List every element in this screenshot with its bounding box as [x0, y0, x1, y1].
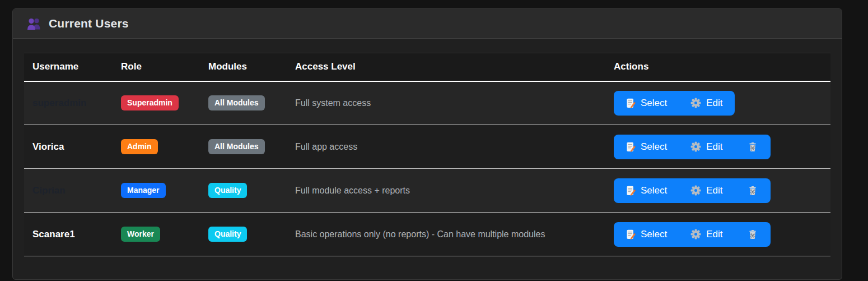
gear-icon: [690, 141, 701, 152]
select-button-label: Select: [641, 98, 667, 109]
select-button[interactable]: Select: [614, 91, 679, 116]
edit-button[interactable]: Edit: [679, 222, 734, 247]
username-cell: Viorica: [24, 125, 113, 169]
role-badge: Superadmin: [121, 95, 179, 110]
modules-cell: Quality: [200, 213, 287, 256]
column-header-role: Role: [113, 53, 200, 81]
modules-badge: Quality: [208, 227, 247, 242]
role-badge: Admin: [121, 139, 158, 154]
table-row: Viorica Admin All Modules Full app acces…: [24, 125, 830, 169]
modules-badge: Quality: [208, 183, 247, 198]
action-buttons: Select: [614, 135, 771, 159]
select-button[interactable]: Select: [614, 222, 679, 247]
username-cell: Ciprian: [24, 169, 113, 213]
panel-header: Current Users: [13, 9, 842, 39]
table-row: Scanare1 Worker Quality Basic operations…: [24, 213, 830, 256]
actions-cell: Select: [605, 213, 830, 256]
modules-cell: Quality: [200, 169, 287, 213]
edit-button[interactable]: Edit: [679, 135, 734, 159]
panel-body: Username Role Modules Access Level Actio…: [13, 39, 842, 256]
edit-button[interactable]: Edit: [679, 91, 734, 116]
modules-badge: All Modules: [208, 95, 265, 110]
access-level-cell: Basic operations only (no reports) - Can…: [287, 213, 605, 256]
actions-cell: Select: [605, 125, 830, 169]
access-level-cell: Full system access: [287, 81, 605, 125]
select-button[interactable]: Select: [614, 135, 679, 159]
role-cell: Admin: [113, 125, 200, 169]
delete-button[interactable]: [735, 222, 771, 247]
memo-icon: [626, 229, 636, 239]
role-cell: Superadmin: [113, 81, 200, 125]
delete-button[interactable]: [735, 178, 771, 203]
username: superadmin: [32, 98, 86, 108]
action-buttons: Select: [614, 178, 771, 203]
action-buttons: Select: [614, 222, 771, 247]
select-button-label: Select: [641, 185, 667, 196]
table-row: Ciprian Manager Quality Full module acce…: [24, 169, 830, 213]
select-button-label: Select: [641, 229, 667, 240]
actions-cell: Select: [605, 169, 830, 213]
column-header-username: Username: [24, 53, 113, 81]
table-header-row: Username Role Modules Access Level Actio…: [24, 53, 830, 81]
username: Scanare1: [32, 229, 75, 239]
trash-icon: [748, 142, 758, 152]
role-badge: Manager: [121, 183, 166, 198]
memo-icon: [626, 186, 636, 196]
edit-button-label: Edit: [706, 141, 722, 153]
action-buttons: Select: [614, 91, 735, 116]
column-header-modules: Modules: [200, 53, 287, 81]
actions-cell: Select: [605, 81, 830, 125]
panel-title: Current Users: [49, 17, 129, 30]
select-button[interactable]: Select: [614, 178, 679, 203]
edit-button-label: Edit: [706, 229, 722, 240]
gear-icon: [690, 98, 701, 108]
username: Ciprian: [32, 185, 66, 196]
column-header-access-level: Access Level: [287, 53, 605, 81]
edit-button[interactable]: Edit: [679, 178, 734, 203]
trash-icon: [748, 229, 758, 239]
edit-button-label: Edit: [706, 98, 722, 109]
gear-icon: [690, 229, 701, 239]
role-cell: Worker: [113, 213, 200, 256]
column-header-actions: Actions: [605, 53, 830, 81]
access-level: Full system access: [295, 98, 371, 108]
role-cell: Manager: [113, 169, 200, 213]
trash-icon: [748, 186, 758, 196]
username-cell: superadmin: [24, 81, 113, 125]
memo-icon: [626, 98, 636, 108]
username-cell: Scanare1: [24, 213, 113, 256]
gear-icon: [690, 185, 701, 196]
access-level: Full app access: [295, 142, 357, 151]
table-body: superadmin Superadmin All Modules Full s…: [24, 81, 830, 256]
username: Viorica: [32, 141, 64, 152]
select-button-label: Select: [641, 141, 667, 153]
access-level: Basic operations only (no reports) - Can…: [295, 229, 545, 239]
current-users-panel: Current Users Username Role Modules Acce…: [12, 8, 842, 280]
modules-badge: All Modules: [208, 139, 265, 154]
delete-button[interactable]: [735, 135, 771, 159]
users-icon: [26, 17, 41, 30]
access-level-cell: Full app access: [287, 125, 605, 169]
edit-button-label: Edit: [706, 185, 722, 196]
access-level-cell: Full module access + reports: [287, 169, 605, 213]
table-row: superadmin Superadmin All Modules Full s…: [24, 81, 830, 125]
role-badge: Worker: [121, 227, 160, 242]
modules-cell: All Modules: [200, 125, 287, 169]
modules-cell: All Modules: [200, 81, 287, 125]
access-level: Full module access + reports: [295, 186, 410, 195]
users-table: Username Role Modules Access Level Actio…: [24, 53, 830, 256]
memo-icon: [626, 142, 636, 152]
